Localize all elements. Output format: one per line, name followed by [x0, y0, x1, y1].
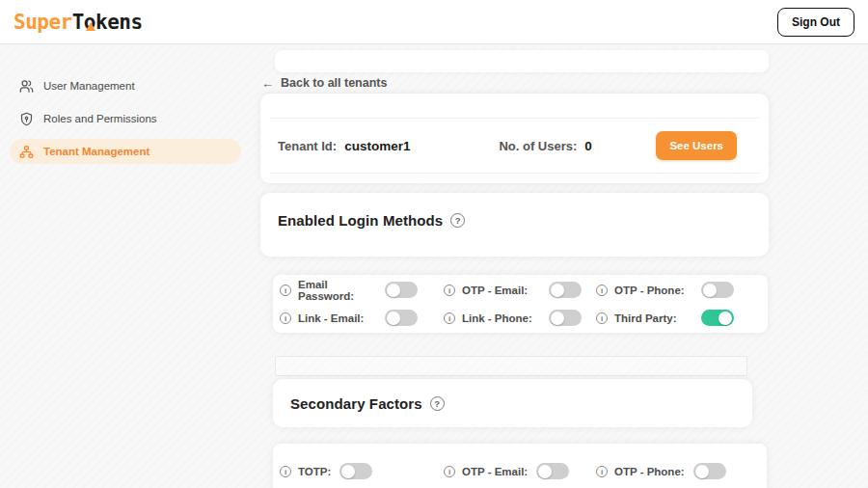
users-count-value: 0: [584, 139, 592, 153]
toggle-label: Third Party:: [614, 312, 701, 324]
main-content: ← Back to all tenants Tenant Id: custome…: [260, 44, 772, 488]
users-icon: [19, 79, 34, 94]
toggle-knob: [341, 465, 355, 478]
info-icon[interactable]: i: [444, 466, 455, 477]
tenant-id-label: Tenant Id:: [278, 139, 337, 153]
sidebar-item-label: Tenant Management: [43, 146, 149, 157]
sidebar-item-label: User Management: [43, 80, 135, 92]
toggle-label: TOTP:: [298, 466, 331, 477]
ghost-table-outline: [275, 356, 747, 376]
users-count-label: No. of Users:: [499, 139, 577, 153]
login-method-link-email: i Link - Email:: [280, 304, 444, 332]
tenant-summary-row: Tenant Id: customer1 No. of Users: 0 See…: [270, 118, 759, 174]
secondary-factor-otp-phone: i OTP - Phone:: [596, 457, 757, 485]
info-icon[interactable]: i: [444, 312, 455, 324]
secondary-otp-phone-toggle[interactable]: [693, 463, 726, 479]
login-methods-card: Enabled Login Methods ?: [260, 193, 769, 257]
otp-email-toggle[interactable]: [549, 282, 582, 298]
scrolled-card-remnant: [275, 50, 769, 72]
tenant-summary-card: Tenant Id: customer1 No. of Users: 0 See…: [260, 94, 769, 183]
info-icon[interactable]: i: [596, 466, 608, 477]
secondary-factors-toggles-card: i TOTP: i OTP - Email: i OTP - Phone:: [273, 444, 767, 488]
toggle-knob: [387, 312, 400, 325]
third-party-toggle[interactable]: [701, 310, 734, 326]
toggle-knob: [551, 284, 564, 297]
toggle-label: OTP - Email:: [462, 466, 528, 477]
toggle-knob: [387, 284, 400, 297]
back-arrow-icon: ←: [261, 76, 274, 91]
login-method-link-phone: i Link - Phone:: [444, 304, 596, 332]
toggle-label: Email Password:: [298, 279, 385, 302]
sidebar-item-roles-permissions[interactable]: Roles and Permissions: [10, 106, 241, 131]
help-icon[interactable]: ?: [450, 213, 465, 228]
supertokens-logo: SuperTokens: [14, 11, 143, 34]
toggle-knob: [719, 312, 732, 325]
logo-text-super: Super: [14, 11, 72, 34]
logo-text-tokens: Tokens: [72, 11, 143, 34]
toggle-label: OTP - Phone:: [614, 466, 685, 477]
secondary-factor-otp-email: i OTP - Email:: [444, 457, 596, 485]
login-method-otp-phone: i OTP - Phone:: [596, 276, 758, 304]
tenant-id-value: customer1: [344, 139, 410, 153]
login-method-email-password: i Email Password:: [280, 276, 444, 304]
toggle-knob: [551, 312, 564, 325]
sidebar-item-tenant-management[interactable]: Tenant Management: [10, 139, 241, 164]
email-password-toggle[interactable]: [385, 282, 418, 298]
org-hierarchy-icon: [19, 145, 34, 159]
top-header: SuperTokens Sign Out: [0, 0, 868, 44]
link-phone-toggle[interactable]: [549, 310, 582, 326]
back-link-label: Back to all tenants: [281, 76, 387, 90]
sidebar-item-user-management[interactable]: User Management: [10, 73, 241, 98]
login-methods-toggles-card: i Email Password: i OTP - Email: i OTP -…: [273, 275, 768, 333]
login-method-otp-email: i OTP - Email:: [444, 276, 596, 304]
login-methods-header: Enabled Login Methods ?: [260, 193, 769, 229]
see-users-button[interactable]: See Users: [656, 131, 737, 160]
toggle-label: Link - Email:: [298, 312, 385, 324]
secondary-factors-header: Secondary Factors ?: [273, 379, 752, 412]
secondary-otp-email-toggle[interactable]: [536, 463, 569, 479]
info-icon[interactable]: i: [596, 285, 608, 296]
back-to-tenants-link[interactable]: ← Back to all tenants: [261, 75, 387, 91]
login-methods-title: Enabled Login Methods: [278, 212, 443, 229]
toggle-knob: [703, 284, 717, 297]
sidebar-nav: User Management Roles and Permissions Te…: [0, 44, 251, 172]
otp-phone-toggle[interactable]: [701, 282, 734, 298]
info-icon[interactable]: i: [280, 312, 291, 324]
info-icon[interactable]: i: [280, 466, 291, 477]
sign-out-button[interactable]: Sign Out: [777, 8, 854, 37]
shield-key-icon: [19, 112, 34, 126]
login-methods-toggle-grid: i Email Password: i OTP - Email: i OTP -…: [273, 275, 768, 332]
secondary-factors-title: Secondary Factors: [290, 395, 422, 412]
sidebar-item-label: Roles and Permissions: [43, 113, 157, 124]
toggle-label: OTP - Email:: [462, 285, 549, 296]
info-icon[interactable]: i: [444, 285, 455, 296]
login-method-third-party: i Third Party:: [596, 304, 758, 332]
app-body: User Management Roles and Permissions Te…: [0, 44, 868, 488]
link-email-toggle[interactable]: [385, 310, 418, 326]
toggle-knob: [538, 465, 552, 478]
secondary-factors-card: Secondary Factors ?: [273, 379, 752, 427]
info-icon[interactable]: i: [280, 285, 291, 296]
toggle-knob: [695, 465, 709, 478]
info-icon[interactable]: i: [596, 312, 608, 324]
toggle-label: Link - Phone:: [462, 312, 549, 324]
help-icon[interactable]: ?: [430, 396, 445, 411]
toggle-label: OTP - Phone:: [614, 285, 701, 296]
totp-toggle[interactable]: [339, 463, 372, 479]
secondary-factor-totp: i TOTP:: [280, 457, 444, 485]
secondary-factors-toggle-grid: i TOTP: i OTP - Email: i OTP - Phone:: [273, 444, 767, 485]
